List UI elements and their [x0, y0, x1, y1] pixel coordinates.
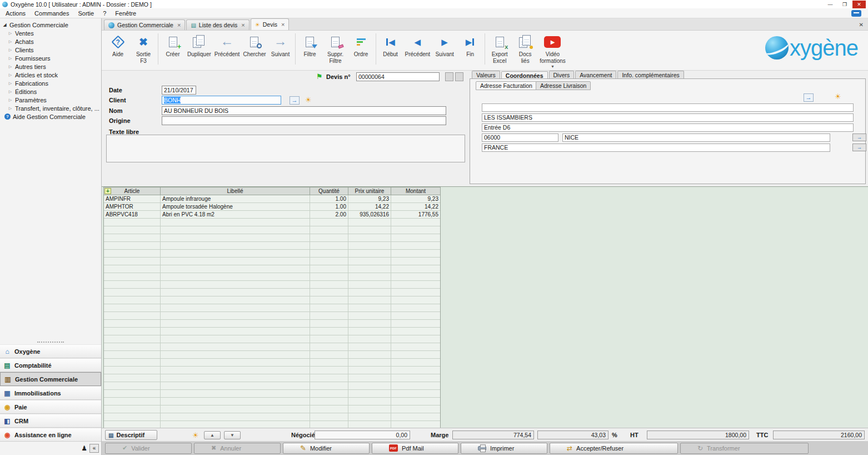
empty-cell[interactable] [161, 226, 310, 234]
empty-cell[interactable] [310, 320, 348, 327]
empty-cell[interactable] [161, 367, 310, 374]
empty-cell[interactable] [310, 367, 348, 374]
toolbar-creer-button[interactable]: + Créer [160, 32, 186, 58]
empty-cell[interactable] [391, 335, 440, 343]
cell-montant[interactable]: 1776,55 [391, 211, 440, 218]
toolbar-suivant-nav-button[interactable]: ▶ Suivant [432, 32, 457, 58]
empty-cell[interactable] [391, 367, 440, 374]
minimize-button[interactable]: — [824, 1, 837, 8]
empty-cell[interactable] [310, 258, 348, 265]
annuler-button[interactable]: ✖ Annuler [194, 443, 281, 454]
table-row[interactable] [104, 258, 440, 265]
empty-cell[interactable] [310, 226, 348, 234]
close-tab-icon[interactable]: × [241, 22, 245, 28]
tab-divers[interactable]: Divers [549, 71, 575, 79]
tab-adresse-livraison[interactable]: Adresse Livraison [536, 81, 591, 90]
table-row[interactable] [104, 382, 440, 390]
client-search-sun-icon[interactable]: ☀ [305, 96, 312, 104]
empty-cell[interactable] [104, 250, 161, 257]
table-row[interactable] [104, 390, 440, 398]
address-line2-field[interactable]: LES ISSAMBIERS [482, 113, 854, 122]
empty-cell[interactable] [310, 250, 348, 257]
module-paie[interactable]: ◉Paie [0, 400, 101, 414]
city-lookup-button[interactable]: → [852, 133, 866, 141]
empty-cell[interactable] [391, 351, 440, 358]
module-crm[interactable]: ◧CRM [0, 414, 101, 428]
empty-cell[interactable] [104, 359, 161, 366]
toolbar-sortie-button[interactable]: ✖ Sortie F3 [131, 32, 156, 64]
empty-cell[interactable] [161, 398, 310, 405]
module-assistance-en-ligne[interactable]: ◉Assistance en ligne [0, 428, 101, 442]
maximize-button[interactable]: ❐ [838, 1, 851, 8]
cell-libelle[interactable]: Ampoule infrarouge [161, 195, 310, 202]
empty-cell[interactable] [310, 390, 348, 397]
module-oxygene[interactable]: ⌂Oxygène [0, 344, 101, 358]
tree-root-gestion-commerciale[interactable]: ◢ Gestion Commerciale [2, 21, 100, 29]
sidebar-item-autres-tiers[interactable]: ▷Autres tiers [2, 62, 100, 71]
empty-cell[interactable] [391, 359, 440, 366]
empty-cell[interactable] [348, 335, 391, 343]
cell-libelle[interactable]: Abri en PVC 4.18 m2 [161, 211, 310, 218]
devis-aux-button-1[interactable] [445, 72, 453, 81]
empty-cell[interactable] [161, 219, 310, 226]
empty-cell[interactable] [391, 343, 440, 350]
empty-cell[interactable] [310, 351, 348, 358]
empty-cell[interactable] [104, 374, 161, 382]
address-line3-field[interactable]: Entrée D6 [482, 123, 854, 132]
empty-cell[interactable] [161, 351, 310, 358]
cell-article[interactable]: AMPINFR [104, 195, 161, 202]
empty-cell[interactable] [161, 312, 310, 319]
toolbar-filtre-button[interactable]: Filtre [297, 32, 323, 58]
collapse-panel-button[interactable]: ▼ [224, 431, 241, 439]
empty-cell[interactable] [391, 234, 440, 241]
empty-cell[interactable] [104, 382, 161, 389]
cell-libelle[interactable]: Ampoule torsadée Halogène [161, 203, 310, 210]
empty-cell[interactable] [348, 281, 391, 288]
empty-cell[interactable] [161, 335, 310, 343]
empty-cell[interactable] [391, 390, 440, 397]
empty-cell[interactable] [348, 304, 391, 311]
empty-cell[interactable] [104, 343, 161, 350]
empty-cell[interactable] [104, 226, 161, 234]
client-field[interactable]: BONH [162, 96, 281, 105]
empty-cell[interactable] [104, 296, 161, 304]
tab-info-complementaires[interactable]: Info. complémentaires [617, 71, 684, 79]
dropdown-caret-icon[interactable]: ▼ [551, 65, 555, 68]
empty-cell[interactable] [104, 265, 161, 273]
empty-cell[interactable] [391, 273, 440, 280]
module-comptabilite[interactable]: ▤Comptabilité [0, 358, 101, 372]
empty-cell[interactable] [310, 398, 348, 405]
empty-cell[interactable] [104, 351, 161, 358]
empty-cell[interactable] [310, 219, 348, 226]
empty-cell[interactable] [310, 296, 348, 304]
toolbar-aide-button[interactable]: ? Aide [105, 32, 131, 58]
pin-icon[interactable]: ♟ [81, 444, 87, 452]
origine-field[interactable] [162, 116, 446, 125]
empty-cell[interactable] [348, 296, 391, 304]
toolbar-suivant-record-button[interactable]: → Suivant [268, 32, 293, 58]
collapse-sidebar-button[interactable]: « [89, 444, 99, 453]
empty-cell[interactable] [348, 226, 391, 234]
accepter-refuser-button[interactable]: ⇄ Accepter/Refuser [550, 443, 678, 454]
empty-cell[interactable] [391, 226, 440, 234]
empty-cell[interactable] [310, 234, 348, 241]
table-row[interactable] [104, 312, 440, 320]
empty-cell[interactable] [104, 219, 161, 226]
empty-cell[interactable] [391, 312, 440, 319]
tab-adresse-facturation[interactable]: Adresse Facturation [476, 81, 537, 90]
expand-panel-button[interactable]: ▲ [204, 431, 221, 439]
empty-cell[interactable] [348, 351, 391, 358]
goto-client-icon[interactable]: → [290, 96, 300, 105]
cell-article[interactable]: ABRPVC418 [104, 211, 161, 218]
empty-cell[interactable] [391, 265, 440, 273]
sidebar-item-fournisseurs[interactable]: ▷Fournisseurs [2, 54, 100, 62]
empty-cell[interactable] [310, 374, 348, 382]
date-field[interactable]: 21/10/2017 [162, 86, 196, 95]
notification-icon[interactable] [851, 10, 861, 17]
devis-number-field[interactable]: 00000064 [356, 72, 440, 81]
modifier-button[interactable]: ✎ Modifier [283, 443, 370, 454]
texte-libre-field[interactable] [106, 135, 465, 162]
menu-commandes[interactable]: Commandes [30, 9, 73, 18]
empty-cell[interactable] [161, 304, 310, 311]
toolbar-debut-button[interactable]: ◀ Début [378, 32, 403, 58]
